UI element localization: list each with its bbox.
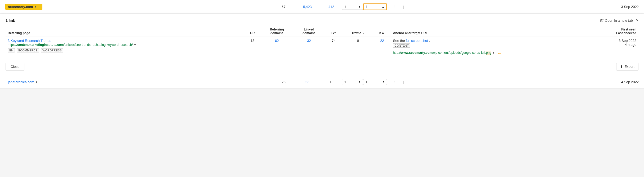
td-referring-page: 3 Keyword Research Trends https://conten…	[6, 37, 245, 59]
close-button[interactable]: Close	[6, 63, 24, 70]
col-dd2-highlighted[interactable]: 1 ▲	[363, 3, 387, 10]
traffic-sort-icon: ▼	[362, 32, 364, 35]
site-dropdown-arrow-top: ▼	[34, 5, 37, 8]
date-top: 3 Sep 2022	[408, 5, 639, 9]
target-url-prefix: http://	[393, 51, 401, 55]
dd2-arrow: ▲	[382, 6, 384, 8]
col-412: 412	[321, 5, 342, 9]
td-linked-domains: 32	[293, 37, 324, 59]
table-header-row: Referring page UR Referring domains Link…	[6, 26, 638, 37]
svg-line-0	[602, 19, 603, 21]
bottom-row: janetaronica.com ▼ 25 56 0 1 ▼ 1 ▼ 1	[0, 75, 644, 89]
highlight-arrow-indicator: ←	[497, 49, 502, 57]
col-67: 67	[273, 5, 294, 9]
td-anchor-target: See the full screenshot . CONTENT http:/…	[391, 37, 595, 59]
export-label: Export	[624, 65, 634, 69]
site-name-top: seosmarty.com	[8, 5, 33, 9]
table-row: 3 Keyword Research Trends https://conten…	[6, 37, 638, 59]
anchor-link[interactable]: full screenshot	[406, 39, 428, 43]
th-ur: UR	[245, 26, 261, 37]
external-link-icon	[600, 19, 604, 22]
dd1-arrow: ▼	[358, 6, 361, 8]
th-referring-page: Referring page	[6, 26, 245, 37]
col-25: 25	[273, 80, 294, 84]
anchor-text-before: See the	[393, 39, 406, 43]
kw-link[interactable]: 22	[380, 39, 384, 43]
separator-top: |	[403, 5, 408, 9]
dd2-bottom-arrow: ▼	[382, 81, 385, 83]
target-url-highlight: png	[486, 51, 491, 55]
col-0: 0	[321, 80, 342, 84]
top-row: seosmarty.com ▼ 67 5,423 412 1 ▼ 1 ▲ 1	[0, 0, 644, 14]
page-title-link[interactable]: 3 Keyword Research Trends	[8, 39, 51, 43]
site-dropdown-arrow-bottom: ▼	[35, 81, 38, 83]
col-5423: 5,423	[294, 5, 321, 9]
td-traffic: 8	[343, 37, 373, 59]
page-url-dropdown-arrow[interactable]: ▼	[134, 43, 136, 46]
td-ur: 13	[245, 37, 261, 59]
tag-en: EN	[8, 48, 15, 52]
target-url-suffix: /wp-content/uploads/google-serps-full.	[432, 51, 486, 55]
th-ext: Ext.	[325, 26, 343, 37]
th-first-seen: First seen Last checked	[594, 26, 638, 37]
panel-header: 1 link Open in a new tab ×	[6, 18, 638, 23]
site-name-bottom: janetaronica.com	[8, 80, 34, 84]
panel-footer: Close ⬇ Export	[6, 63, 638, 70]
col-56: 56	[294, 80, 321, 84]
td-ref-domains: 62	[260, 37, 293, 59]
target-url-arrow[interactable]: ▼	[492, 51, 495, 54]
th-linked-domains: Linked domains	[293, 26, 324, 37]
col-dd1[interactable]: 1 ▼	[342, 4, 363, 10]
panel-actions: Open in a new tab ×	[600, 18, 638, 23]
page-url-bold: contentmarketinginstitute.com	[17, 43, 64, 47]
open-new-tab-button[interactable]: Open in a new tab	[600, 19, 633, 23]
target-url-bold: www.seosmarty.com	[401, 51, 432, 55]
ref-domains-link[interactable]: 62	[275, 39, 279, 43]
col-1b-top: 1	[387, 5, 403, 9]
col-dd1-bottom[interactable]: 1 ▼	[342, 79, 363, 85]
page-url-suffix: /articles/seo-trends-reshaping-keyword-r…	[64, 43, 133, 47]
expanded-panel: 1 link Open in a new tab × Referring pag…	[0, 14, 644, 75]
th-referring-domains: Referring domains	[260, 26, 293, 37]
th-kw: Kw.	[373, 26, 391, 37]
site-badge-bottom[interactable]: janetaronica.com ▼	[5, 79, 42, 85]
site-badge-top[interactable]: seosmarty.com ▼	[5, 4, 42, 10]
td-kw: 22	[373, 37, 391, 59]
th-traffic: Traffic ▼	[343, 26, 373, 37]
linked-domains-link[interactable]: 32	[307, 39, 311, 43]
export-icon: ⬇	[620, 65, 623, 69]
separator-bottom: |	[403, 80, 408, 84]
tag-wordpress: WORDPRESS	[41, 48, 63, 52]
tag-ecommerce: ECOMMERCE	[17, 48, 39, 52]
td-first-seen: 3 Sep 2022 4 h ago	[594, 37, 638, 59]
panel-close-icon[interactable]: ×	[636, 18, 638, 23]
anchor-text-after: .	[428, 39, 430, 43]
content-badge: CONTENT	[393, 43, 410, 48]
td-ext: 74	[325, 37, 343, 59]
link-count: 1 link	[6, 18, 15, 23]
export-button[interactable]: ⬇ Export	[616, 63, 638, 70]
date-bottom: 4 Sep 2022	[408, 80, 639, 84]
col-1b-bottom: 1	[387, 80, 403, 84]
th-anchor-target: Anchor and target URL	[391, 26, 595, 37]
col-dd2-bottom[interactable]: 1 ▼	[363, 79, 387, 85]
inner-table: Referring page UR Referring domains Link…	[6, 26, 638, 59]
page-url-prefix: https://	[8, 43, 17, 47]
dd1-bottom-arrow: ▼	[358, 81, 361, 83]
